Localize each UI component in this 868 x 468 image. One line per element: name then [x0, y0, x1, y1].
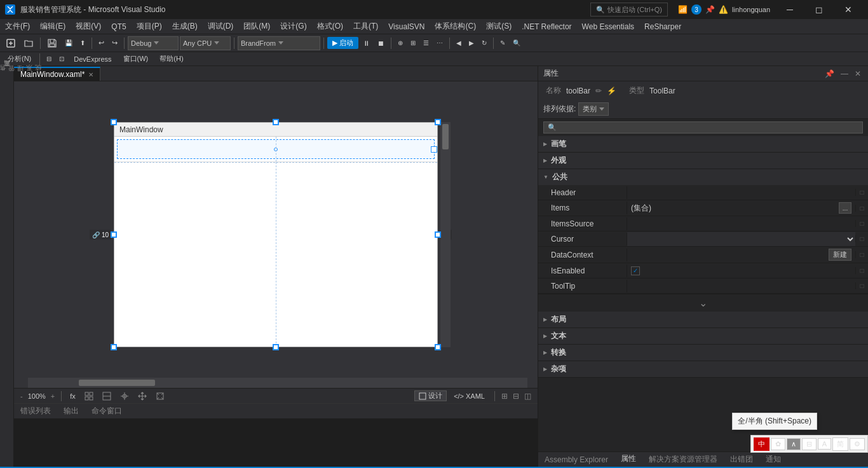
sort-dropdown[interactable]: 类别 — [578, 102, 609, 116]
menu-team[interactable]: 团队(M) — [238, 19, 275, 34]
right-tab-solution[interactable]: 解决方案资源管理器 — [642, 451, 724, 467]
menu-devexpress[interactable]: DevExpress — [69, 54, 116, 64]
xaml-view-btn[interactable]: </> XAML — [449, 392, 489, 401]
prop-select-cursor[interactable]: Arrow Hand Wait — [627, 232, 855, 246]
menu-file[interactable]: 文件(F) — [0, 19, 35, 34]
design-canvas[interactable]: 🔗 10 10 MainWindow — [14, 81, 538, 388]
canvas-vscroll[interactable] — [440, 122, 451, 347]
handle-top-right[interactable] — [435, 119, 441, 125]
handle-left-center[interactable] — [111, 231, 117, 238]
handle-bottom-left[interactable] — [111, 344, 117, 350]
prop-group-layout-header[interactable]: ▶ 布局 — [538, 312, 868, 327]
redo-btn[interactable]: ↪ — [109, 36, 121, 50]
toolbar-extra-3[interactable]: ☰ — [420, 36, 432, 50]
layout-icon-1[interactable]: ⊞ — [500, 392, 509, 401]
zoom-fit-btn[interactable] — [153, 389, 168, 403]
toolbar-extra-2[interactable]: ⊞ — [407, 36, 419, 50]
props-pin-btn[interactable]: 📌 — [823, 69, 836, 78]
new-project-btn[interactable] — [3, 36, 19, 50]
isenabled-checkbox[interactable]: ✓ — [631, 266, 640, 275]
canvas-hscroll[interactable] — [28, 378, 527, 388]
menu-test[interactable]: 测试(S) — [481, 19, 517, 34]
bottom-tab-output[interactable]: 输出 — [57, 404, 85, 418]
menu-view[interactable]: 视图(V) — [71, 19, 106, 34]
bottom-tab-command[interactable]: 命令窗口 — [85, 404, 128, 418]
open-file-btn[interactable] — [20, 36, 37, 50]
prop-group-brush-header[interactable]: ▶ 画笔 — [538, 136, 868, 152]
grid-view-btn-1[interactable] — [81, 389, 97, 403]
menu-debug[interactable]: 调试(D) — [203, 19, 239, 34]
menu-build[interactable]: 生成(B) — [167, 19, 203, 34]
ime-settings-btn[interactable]: ⚙ — [850, 438, 865, 450]
search-props[interactable]: 🔍 — [543, 121, 863, 134]
ime-zh-btn[interactable]: 中 — [754, 437, 770, 451]
minimize-button[interactable]: ─ — [775, 0, 804, 19]
handle-top-left[interactable] — [111, 119, 117, 125]
notification-icon[interactable]: 📶 — [678, 5, 688, 14]
right-tab-assembly[interactable]: Assembly Explorer — [538, 453, 614, 467]
prop-group-text-header[interactable]: ▶ 文本 — [538, 328, 868, 344]
zoom-minus-btn[interactable]: - — [19, 392, 24, 400]
scroll-down-icon[interactable]: ⌄ — [699, 297, 707, 309]
menu-webessentials[interactable]: Web Essentials — [577, 20, 639, 33]
right-tab-properties[interactable]: 属性 — [614, 451, 642, 468]
props-close-btn[interactable]: ✕ — [853, 69, 863, 78]
menu-netreflector[interactable]: .NET Reflector — [517, 20, 576, 33]
left-panel-btn-2[interactable]: ⊡ — [56, 52, 67, 66]
publish-btn[interactable]: ⬆ — [77, 36, 88, 50]
handle-top-center[interactable] — [273, 119, 279, 125]
props-minimize-btn[interactable]: — — [839, 69, 850, 78]
sidebar-item-1[interactable]: 工具箱 — [1, 69, 13, 74]
menu-project[interactable]: 项目(P) — [132, 19, 167, 34]
left-panel-btn-1[interactable]: ⊟ — [43, 52, 55, 66]
prop-group-transform-header[interactable]: ▶ 转换 — [538, 345, 868, 361]
menu-qt5[interactable]: QT5 — [106, 20, 131, 33]
menu-tools[interactable]: 工具(T) — [348, 19, 383, 34]
prop-group-common-header[interactable]: ▼ 公共 — [538, 169, 868, 185]
ime-eng-btn[interactable]: A — [818, 438, 831, 450]
bottom-tab-errors[interactable]: 错误列表 — [14, 404, 57, 418]
props-scroll-more[interactable]: ⌄ — [538, 294, 868, 312]
zoom-plus-btn[interactable]: + — [50, 392, 56, 400]
cpu-dropdown[interactable]: Any CPU — [180, 36, 231, 50]
user-warning-icon[interactable]: ⚠️ — [719, 5, 728, 14]
handle-bottom-right[interactable] — [435, 344, 441, 350]
project-dropdown[interactable]: BrandFrom — [238, 36, 320, 50]
right-tab-notifications[interactable]: 通知 — [759, 451, 787, 467]
move-btn[interactable] — [135, 389, 150, 403]
right-tab-errors[interactable]: 出错团 — [724, 451, 759, 467]
snap-btn[interactable] — [117, 389, 132, 403]
toolbar-extra-9[interactable]: 🔍 — [510, 36, 524, 50]
prop-input-datacontext[interactable] — [631, 251, 826, 259]
start-button[interactable]: ▶ 启动 — [327, 37, 358, 49]
menu-architecture[interactable]: 体系结构(C) — [430, 19, 481, 34]
layout-icon-2[interactable]: ⊟ — [512, 392, 520, 401]
menu-resharper[interactable]: ReSharper — [639, 20, 686, 33]
prop-group-appearance-header[interactable]: ▶ 外观 — [538, 153, 868, 169]
ime-half-width-btn[interactable]: ∧ — [787, 438, 801, 450]
menu-edit[interactable]: 编辑(E) — [35, 19, 71, 34]
datacontext-new-btn[interactable]: 新建 — [829, 249, 851, 261]
handle-toolbar-right[interactable] — [431, 146, 437, 153]
save-all-btn[interactable]: 💾 — [62, 36, 76, 50]
toolbar-extra-8[interactable]: ✎ — [497, 36, 508, 50]
ime-moon-btn[interactable]: ✿ — [771, 438, 785, 450]
toolbar-extra-1[interactable]: ⊕ — [395, 36, 406, 50]
prop-input-tooltip[interactable] — [631, 282, 851, 291]
menu-analyze[interactable]: 分析(N) — [3, 53, 36, 65]
handle-bottom-center[interactable] — [273, 344, 279, 350]
menu-help[interactable]: 帮助(H) — [154, 53, 188, 65]
props-name-dropdown[interactable]: ⚡ — [607, 86, 616, 95]
ime-simplified-btn[interactable]: 简 — [832, 437, 848, 451]
toolbar-extra-6[interactable]: ▶ — [466, 36, 477, 50]
menu-design[interactable]: 设计(G) — [275, 19, 311, 34]
pin-icon[interactable]: 📌 — [705, 5, 715, 14]
undo-btn[interactable]: ↩ — [95, 36, 107, 50]
grid-view-btn-2[interactable] — [99, 389, 114, 403]
fx-btn[interactable]: fx — [67, 389, 79, 403]
design-view-btn[interactable]: 设计 — [414, 390, 447, 401]
stop-btn[interactable]: ⏹ — [374, 36, 388, 50]
pause-btn[interactable]: ⏸ — [360, 36, 373, 50]
sidebar-item-2[interactable]: 服装销售管理系统 — [0, 74, 44, 79]
menu-format[interactable]: 格式(O) — [312, 19, 348, 34]
